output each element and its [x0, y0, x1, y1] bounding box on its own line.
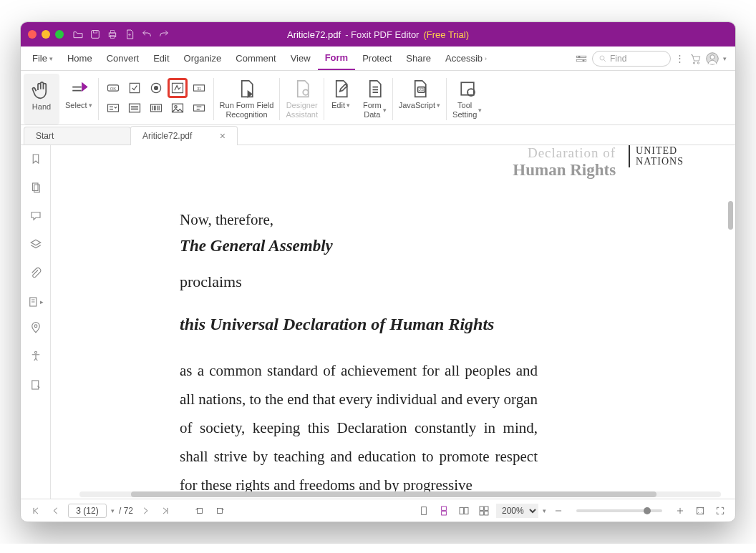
accessibility-icon — [29, 350, 42, 363]
svg-rect-6 — [576, 59, 586, 61]
svg-rect-39 — [198, 508, 203, 513]
form-data-label: Form Data — [363, 101, 382, 119]
window-maximize-button[interactable] — [55, 30, 64, 39]
undo-icon[interactable] — [141, 29, 152, 40]
form-signature-field[interactable] — [169, 79, 186, 97]
more-icon[interactable]: ⋮ — [675, 53, 684, 64]
next-page-button[interactable] — [137, 503, 153, 519]
form-checkbox[interactable] — [126, 79, 143, 97]
view-continuous[interactable] — [436, 503, 452, 519]
total-pages: 72 — [124, 506, 133, 516]
user-icon[interactable] — [706, 52, 719, 65]
page-number-input[interactable] — [68, 504, 107, 518]
menu-accessibility[interactable]: Accessib› — [438, 47, 494, 70]
sidebar-fields[interactable]: ▸ — [27, 295, 44, 308]
fit-page-button[interactable] — [692, 503, 708, 519]
form-push-button[interactable]: OK — [105, 79, 122, 97]
menu-file[interactable]: File▾ — [25, 47, 60, 70]
prev-page-button[interactable] — [48, 503, 64, 519]
tab-start[interactable]: Start — [24, 127, 131, 145]
svg-rect-45 — [465, 507, 468, 514]
menu-edit[interactable]: Edit — [146, 47, 176, 70]
tool-form-data[interactable]: Form Data▾ — [357, 74, 392, 124]
window-minimize-button[interactable] — [42, 30, 50, 39]
form-barcode[interactable] — [147, 99, 165, 117]
zoom-slider-knob[interactable] — [644, 507, 651, 514]
zoom-slider[interactable] — [576, 509, 662, 512]
fullscreen-button[interactable] — [712, 503, 728, 519]
form-combo-box[interactable] — [105, 99, 122, 117]
hand-icon — [31, 79, 52, 101]
tool-hand[interactable]: Hand — [24, 74, 59, 124]
cart-icon[interactable] — [689, 52, 702, 65]
sidebar-attachments[interactable] — [29, 267, 42, 283]
view-facing[interactable] — [456, 503, 472, 519]
sidebar-accessibility[interactable] — [29, 350, 42, 366]
tool-select[interactable]: Select▾ — [59, 74, 98, 124]
view-continuous-facing[interactable] — [476, 503, 492, 519]
tool-setting-label: Tool Setting — [452, 101, 477, 119]
sidebar-pages[interactable] — [29, 181, 42, 197]
last-page-button[interactable] — [158, 503, 173, 519]
quick-tool-icon[interactable] — [575, 52, 588, 65]
menu-view[interactable]: View — [284, 47, 318, 70]
sidebar-layers[interactable] — [29, 238, 42, 254]
vertical-scrollbar[interactable] — [728, 201, 733, 230]
sidebar-tags[interactable] — [29, 378, 42, 394]
user-menu-chevron[interactable]: ▾ — [723, 55, 727, 62]
javascript-label: JavaScript — [399, 101, 435, 110]
tool-run-form-recognition[interactable]: Run Form Field Recognition — [214, 74, 280, 124]
tool-tool-setting[interactable]: Tool Setting ▾ — [447, 74, 488, 124]
horizontal-scrollbar-thumb[interactable] — [131, 491, 657, 497]
menu-comment[interactable]: Comment — [228, 47, 283, 70]
svg-rect-2 — [109, 33, 115, 36]
form-list-box[interactable] — [126, 99, 143, 117]
menu-organize[interactable]: Organize — [177, 47, 229, 70]
tab-document[interactable]: Ariticle72.pdf × — [130, 126, 238, 145]
rotate-cw-button[interactable] — [212, 503, 228, 519]
menu-form[interactable]: Form — [318, 47, 356, 70]
sidebar-comments[interactable] — [29, 210, 42, 225]
fields-icon — [27, 295, 40, 308]
svg-rect-19 — [172, 83, 183, 92]
rotate-ccw-button[interactable] — [192, 503, 208, 519]
form-date-field[interactable]: 31 — [190, 79, 208, 97]
svg-rect-1 — [93, 31, 97, 33]
svg-rect-41 — [422, 506, 427, 514]
tab-document-label: Ariticle72.pdf — [142, 131, 192, 141]
first-page-button[interactable] — [28, 503, 44, 519]
menu-home[interactable]: Home — [60, 47, 100, 70]
page-dropdown[interactable]: ▾ — [111, 507, 115, 514]
svg-text:OK: OK — [110, 87, 116, 91]
print-icon[interactable] — [107, 29, 118, 40]
tool-javascript[interactable]: JS JavaScript ▾ — [393, 74, 446, 124]
form-text-field[interactable] — [190, 99, 208, 117]
save-icon[interactable] — [89, 29, 101, 40]
svg-rect-5 — [576, 56, 586, 57]
doc-header-line2: Human Rights — [513, 161, 616, 180]
search-input[interactable]: Find — [592, 51, 671, 67]
menu-share[interactable]: Share — [399, 47, 438, 70]
zoom-out-button[interactable] — [551, 503, 566, 519]
redo-icon[interactable] — [158, 29, 170, 40]
attachment-icon — [29, 267, 42, 280]
sidebar-destinations[interactable] — [29, 321, 42, 337]
zoom-in-button[interactable] — [672, 503, 688, 519]
view-single-page[interactable] — [416, 503, 432, 519]
menu-protect[interactable]: Protect — [355, 47, 399, 70]
menu-convert[interactable]: Convert — [100, 47, 147, 70]
svg-point-8 — [583, 59, 584, 61]
sidebar-bookmarks[interactable] — [29, 152, 42, 168]
open-icon[interactable] — [72, 29, 84, 40]
tool-edit[interactable]: Edit ▾ — [324, 74, 357, 124]
horizontal-scrollbar-track[interactable] — [79, 491, 721, 497]
tab-close-button[interactable]: × — [220, 130, 226, 142]
svg-rect-22 — [107, 104, 118, 112]
document-viewport[interactable]: Declaration of Human Rights UNITEDNATION… — [51, 145, 735, 499]
new-doc-icon[interactable] — [124, 29, 135, 40]
window-close-button[interactable] — [28, 30, 37, 39]
svg-rect-44 — [460, 507, 463, 514]
zoom-select[interactable]: 200% — [496, 504, 538, 518]
form-radio[interactable] — [147, 79, 165, 97]
form-image-field[interactable] — [169, 99, 186, 117]
